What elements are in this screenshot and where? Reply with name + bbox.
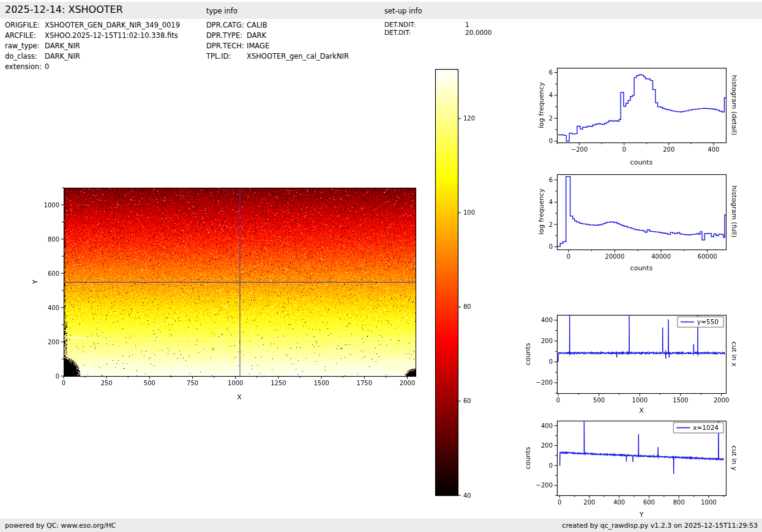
info-label: ARCFILE: [5, 31, 43, 40]
hist-detail-title: histogram (detail) [730, 75, 738, 136]
cut-x-ylabel: counts [524, 343, 532, 366]
hist-full-title: histogram (full) [730, 186, 738, 238]
info-value: XSHOOTER_gen_cal_DarkNIR [247, 52, 349, 61]
info-value: IMAGE [247, 42, 269, 50]
info-label: DPR.CATG: [206, 21, 245, 29]
page-title: 2025-12-14: XSHOOTER [5, 4, 123, 15]
info-label: raw_type: [5, 42, 43, 50]
info-value: 1 [465, 21, 469, 28]
setup-info-heading: set-up info [384, 7, 422, 15]
heatmap-ylabel: Y [31, 280, 39, 284]
info-value: DARK_NIR [45, 52, 80, 61]
info-label: DET.DIT: [384, 29, 411, 36]
hist-detail-xlabel: counts [630, 158, 653, 166]
cut-y-ylabel: counts [524, 447, 532, 470]
histogram-detail-canvas [517, 60, 762, 165]
footer-bar: powered by QC: www.eso.org/HC created by… [0, 519, 762, 532]
raw-image-canvas [39, 180, 438, 396]
heatmap-xlabel: X [237, 393, 242, 401]
info-label: DET.NDIT: [384, 21, 416, 28]
info-value: XSHOO.2025-12-15T11:02:10.338.fits [45, 31, 178, 40]
cut-in-y-canvas [517, 413, 762, 515]
info-label: DPR.TYPE: [206, 31, 245, 40]
footer-powered-by: powered by QC: www.eso.org/HC [5, 522, 116, 530]
info-value: DARK_NIR [45, 42, 80, 50]
histogram-full-canvas [517, 166, 762, 272]
hist-full-ylabel: log frequency [537, 188, 545, 234]
type-info-heading: type info [206, 7, 237, 15]
cut-x-xlabel: X [639, 407, 644, 415]
info-value: 20.0000 [465, 29, 491, 36]
info-label: ORIGFILE: [5, 21, 43, 29]
info-label: do_class: [5, 52, 43, 61]
info-value: DARK [247, 31, 266, 40]
info-label: extension: [5, 62, 43, 71]
info-value: 0 [45, 62, 49, 71]
info-label: TPL.ID: [206, 52, 245, 61]
cut-y-xlabel: Y [640, 511, 644, 519]
qc-report-page: 2025-12-14: XSHOOTER type info set-up in… [0, 0, 762, 532]
info-value: XSHOOTER_GEN_DARK_NIR_349_0019 [45, 21, 180, 29]
cut-in-x-canvas [517, 307, 762, 415]
info-value: CALIB [247, 21, 267, 29]
cut-x-title: cut in x [730, 342, 738, 367]
info-label: DPR.TECH: [206, 42, 245, 50]
hist-detail-ylabel: log frequency [537, 82, 545, 128]
cut-y-title: cut in y [730, 446, 738, 471]
footer-created-by: created by qc_rawdisp.py v1.2.3 on 2025-… [562, 522, 758, 530]
hist-full-xlabel: counts [630, 264, 653, 272]
colorbar-canvas [428, 64, 485, 504]
